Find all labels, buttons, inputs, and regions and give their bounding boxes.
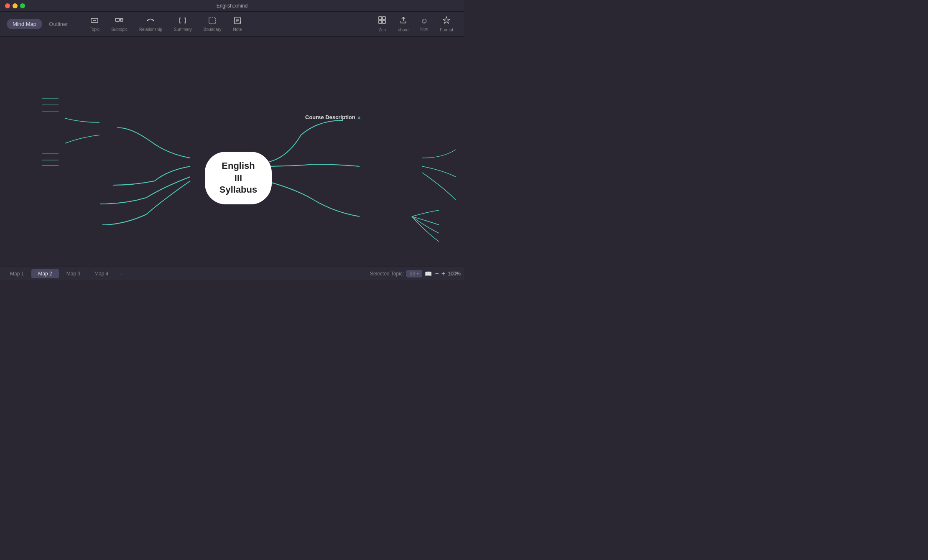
svg-point-6 — [153, 20, 154, 21]
boundary-tool[interactable]: Boundary — [199, 15, 226, 33]
window-controls — [5, 3, 25, 8]
map4-tab[interactable]: Map 4 — [88, 269, 115, 278]
format-label: Format — [440, 28, 453, 32]
subtopic-tool[interactable]: Subtopic — [107, 15, 132, 33]
relationship-icon — [146, 16, 155, 26]
note-tool[interactable]: Note — [229, 15, 246, 33]
view-switcher: Mind Map Outliner — [7, 19, 74, 29]
format-tool[interactable]: Format — [436, 14, 457, 34]
toolbar: Mind Map Outliner Topic Subtopic Relatio… — [0, 12, 464, 37]
map2-tab[interactable]: Map 2 — [31, 269, 59, 278]
format-icon — [442, 16, 451, 26]
close-button[interactable] — [5, 3, 10, 8]
zoom-level: 100% — [448, 271, 461, 277]
zoom-out-button[interactable]: − — [435, 270, 439, 277]
window-title: English.xmind — [217, 3, 248, 9]
svg-point-5 — [147, 20, 148, 21]
toolbar-right: Zen share ☺ Icon Format — [374, 14, 457, 34]
svg-rect-2 — [115, 18, 120, 21]
selected-topic-info: Selected Topic: 23 ▾ 📖 — [370, 270, 432, 277]
zen-icon — [378, 16, 386, 26]
share-tool[interactable]: share — [394, 14, 413, 34]
topic-tool[interactable]: Topic — [86, 15, 104, 33]
mindmap-tab[interactable]: Mind Map — [7, 19, 42, 29]
titlebar: English.xmind — [0, 0, 464, 12]
central-node[interactable]: English III Syllabus — [205, 152, 272, 204]
relationship-tool[interactable]: Relationship — [135, 15, 166, 33]
share-icon — [399, 16, 408, 26]
course-description-topic[interactable]: Course Description ≡ — [305, 114, 360, 120]
central-line1: English III — [222, 160, 255, 183]
svg-rect-7 — [209, 17, 216, 24]
zen-label: Zen — [379, 28, 386, 32]
note-icon — [233, 16, 242, 26]
subtopic-icon — [115, 16, 123, 26]
zoom-in-button[interactable]: + — [441, 270, 445, 277]
summary-tool[interactable]: Summary — [170, 15, 196, 33]
icon-label: Icon — [420, 27, 428, 31]
topic-label: Topic — [90, 27, 99, 32]
zoom-controls: − + 100% — [435, 270, 461, 277]
add-map-button[interactable]: + — [116, 269, 126, 279]
icon-tool[interactable]: ☺ Icon — [416, 15, 432, 33]
icon-icon: ☺ — [421, 17, 428, 25]
relationship-label: Relationship — [139, 27, 162, 32]
boundary-label: Boundary — [204, 27, 222, 32]
outliner-tab[interactable]: Outliner — [43, 19, 74, 29]
svg-rect-12 — [379, 17, 382, 20]
map1-tab[interactable]: Map 1 — [3, 269, 31, 278]
minimize-button[interactable] — [13, 3, 18, 8]
note-label: Note — [233, 27, 242, 32]
svg-rect-13 — [382, 17, 385, 20]
course-description-label: Course Description — [305, 114, 355, 120]
map3-tab[interactable]: Map 3 — [60, 269, 87, 278]
selected-count-value: 23 — [410, 271, 415, 277]
maximize-button[interactable] — [20, 3, 25, 8]
summary-label: Summary — [174, 27, 192, 32]
canvas[interactable]: English III Syllabus Course Description … — [0, 37, 464, 267]
central-line2: Syllabus — [219, 184, 257, 195]
selected-topic-label: Selected Topic: — [370, 271, 404, 277]
bottombar: Map 1 Map 2 Map 3 Map 4 + Selected Topic… — [0, 267, 464, 280]
chevron-down-icon[interactable]: ▾ — [417, 271, 419, 276]
svg-rect-14 — [379, 20, 382, 23]
toolbar-items: Topic Subtopic Relationship Summary Boun… — [86, 15, 372, 33]
selected-count-badge: 23 ▾ — [406, 270, 422, 277]
bottom-right: Selected Topic: 23 ▾ 📖 − + 100% — [370, 270, 461, 277]
topic-icon — [90, 16, 99, 26]
book-icon[interactable]: 📖 — [425, 270, 432, 277]
boundary-icon — [208, 16, 217, 26]
svg-marker-16 — [443, 17, 450, 23]
note-indicator-course-desc: ≡ — [358, 115, 360, 120]
share-label: share — [398, 28, 408, 32]
zen-tool[interactable]: Zen — [374, 14, 390, 34]
subtopic-label: Subtopic — [111, 27, 127, 32]
svg-rect-15 — [382, 20, 385, 23]
summary-icon — [178, 16, 187, 26]
